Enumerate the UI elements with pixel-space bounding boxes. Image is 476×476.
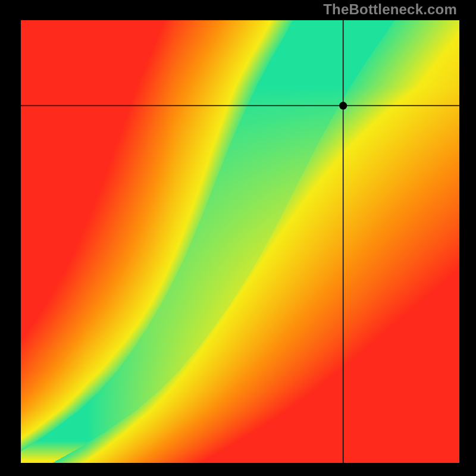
watermark-text: TheBottleneck.com xyxy=(323,1,457,18)
chart-frame: TheBottleneck.com xyxy=(0,0,476,476)
overlay-canvas xyxy=(21,20,459,463)
plot-area xyxy=(21,20,459,463)
